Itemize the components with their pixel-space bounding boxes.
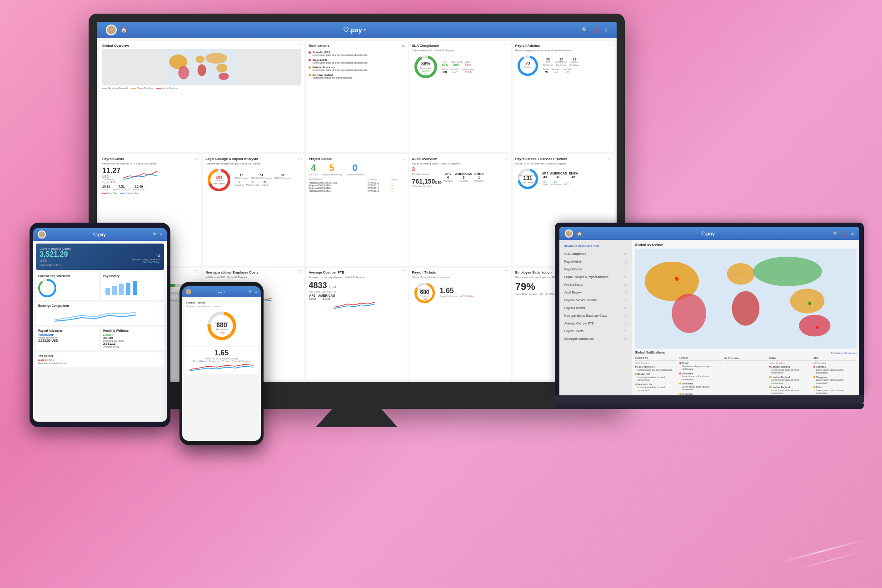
- svg-text:-460: -460: [422, 298, 427, 300]
- sidebar-expand-project: ⛶: [624, 284, 627, 286]
- pa-emea: 23 EMEA Employee: [569, 58, 579, 66]
- list-item: New York, NYLorem ipsum dolor sit amet, …: [635, 383, 678, 392]
- tablet-search-icon[interactable]: 🔍: [153, 232, 158, 237]
- phone-tickets-subtitle: Status of payroll tickets in process: [186, 305, 257, 308]
- sla-industry: Industry Avg. -0.75%: [462, 68, 475, 74]
- svg-text:This Month: This Month: [215, 328, 228, 331]
- pm-title: Payroll Model / Service Provider: [515, 157, 611, 161]
- laptop-world-map: [635, 249, 857, 349]
- laptop-notif-grid: AMERICAS North America Los Angeles, CALo…: [635, 357, 857, 395]
- pm-emea: EMEA 45: [569, 172, 578, 179]
- notifications-all[interactable]: All: [402, 45, 405, 48]
- phone-menu-icon[interactable]: ≡: [255, 290, 257, 294]
- svg-text:This Month: This Month: [214, 179, 224, 182]
- phone-search-icon[interactable]: 🔍: [249, 290, 253, 294]
- acf-expand-icon[interactable]: ⛶: [402, 270, 405, 274]
- sidebar-label-nonop: Non-operational Employer Costs: [564, 314, 607, 317]
- pt-expand-icon[interactable]: ⛶: [505, 270, 508, 274]
- laptop-home-icon[interactable]: 🏠: [577, 231, 582, 236]
- monitor-stand: [316, 409, 398, 427]
- sidebar-item-sla[interactable]: SLA Compliance ⛶: [562, 250, 630, 257]
- lc-expand-icon[interactable]: ⛶: [298, 156, 302, 160]
- sidebar-expand-sla: ⛶: [624, 253, 627, 255]
- pm-subtitle: Cloud / BPO / On Premise: Global All Reg…: [515, 162, 611, 165]
- sidebar-item-payroll-process[interactable]: Payroll Process ⛶: [562, 304, 630, 311]
- laptop-search-icon[interactable]: 🔍: [833, 231, 838, 236]
- laptop-all-statuses[interactable]: All statuses: [844, 352, 857, 354]
- laptop-menu-icon[interactable]: ≡: [851, 231, 854, 236]
- noc-expand-icon[interactable]: ⛶: [298, 270, 302, 274]
- pc-emea: 15.46 EMEA USD: [133, 185, 145, 191]
- tablet-health-title: Health & Wellness: [103, 329, 162, 332]
- sidebar-item-avg-cost[interactable]: Average Cost per FTE ⛶: [562, 320, 630, 327]
- sidebar-expand-employee: ⛶: [624, 338, 627, 340]
- tablet-earnings-title: Earnings Comparison: [38, 304, 162, 307]
- pa-variation: Variation -0.2: [552, 68, 560, 74]
- laptop-help-icon[interactable]: ❓: [842, 231, 847, 236]
- laptop-display-label: Displaying: All statuses: [831, 352, 857, 354]
- phone-avatar: [186, 289, 191, 294]
- ps-decisions: 0 Decisions Needed: [345, 163, 364, 176]
- ps-projects-table: Project Name Due date Status Project A00…: [309, 178, 404, 192]
- pp-expand-icon[interactable]: ⛶: [195, 270, 199, 274]
- sidebar-item-employee-sat[interactable]: Employee Satisfaction ⛶: [562, 335, 630, 342]
- notif-mexico: Mexico (Americas) Lorem ipsum dolor sit …: [309, 66, 404, 72]
- list-item: London, EnglandLorem ipsum dolor sit ame…: [769, 386, 812, 395]
- noc-title: Non-operational Employer Costs: [205, 270, 301, 274]
- tile-payroll-admins: Payroll Admins People in payroll adminis…: [513, 41, 614, 152]
- search-icon[interactable]: 🔍: [582, 27, 588, 33]
- laptop-main: Global overview: [632, 240, 859, 395]
- lc-emea: 37 EMEA Changes: [274, 174, 290, 179]
- sidebar-item-nonop-costs[interactable]: Non-operational Employer Costs ⛶: [562, 312, 630, 319]
- tablet-menu-icon[interactable]: ≡: [160, 232, 162, 237]
- phone-topbar: ♡.pay ▾ 🔍 ≡: [182, 286, 261, 297]
- laptop-map-svg: [635, 249, 857, 349]
- legend-action-required: Action Required: [156, 87, 179, 90]
- sidebar-expand-legal: ⛶: [624, 276, 627, 279]
- notif-col-americas: AMERICAS North America Los Angeles, CALo…: [635, 357, 678, 395]
- laptop-back-btn[interactable]: ⊞ Back to Dashboard View: [562, 242, 630, 249]
- ao-expand-icon[interactable]: ⛶: [505, 156, 508, 160]
- phone-donut-chart: Unresolved 680 This Month -460: [206, 310, 238, 342]
- tablet-payslip-date: will be paid in 2 days: [40, 264, 68, 266]
- monitor-topbar: 🏠 ♡.pay ▾ 🔍 ❓ ≡: [97, 22, 617, 38]
- sidebar-item-payroll-admin[interactable]: Payroll Admin ⛶: [562, 258, 630, 265]
- sidebar-label-audit-review: Audit Review: [564, 291, 582, 294]
- sla-donut-chart: 88% Avg. for Year ▲2.5%: [412, 53, 439, 80]
- sla-emea: EMEA 84%: [465, 60, 471, 66]
- pm-cloud: 54 Cloud: [542, 180, 548, 186]
- pc-expand-icon[interactable]: ⛶: [195, 156, 199, 160]
- pa-subtitle: People in payroll administration: Global…: [515, 49, 611, 52]
- help-icon[interactable]: ❓: [593, 27, 600, 33]
- phone-chart: [186, 363, 257, 372]
- lc-apj: 13 APJ Changes: [234, 174, 249, 179]
- sidebar-expand-payroll-admin: ⛶: [624, 260, 627, 263]
- laptop-base: [555, 395, 864, 404]
- expand-icon[interactable]: ⛶: [298, 43, 302, 47]
- pay-history-chart: [103, 279, 140, 295]
- svg-point-56: [675, 277, 679, 281]
- sidebar-item-payroll-service[interactable]: Payroll / Service Provider ⛶: [562, 297, 630, 304]
- sidebar-item-payroll-tickets[interactable]: Payroll Tickets ⛶: [562, 328, 630, 334]
- sidebar-item-legal-changes[interactable]: Legal Changes & Impact Analysis ⛶: [562, 274, 630, 280]
- pa-expand-icon[interactable]: ⛶: [608, 43, 612, 47]
- sla-expand-icon[interactable]: ⛶: [505, 43, 508, 47]
- sidebar-item-audit-review[interactable]: Audit Review ⛶: [562, 289, 630, 296]
- sidebar-item-project-status[interactable]: Project Status ⛶: [562, 281, 630, 288]
- decorative-streak-2: [797, 551, 862, 570]
- svg-text:Legal Changes: Legal Changes: [522, 181, 534, 184]
- list-item: London, EnglandLorem ipsum dolor sit ame…: [769, 376, 812, 385]
- svg-rect-39: [119, 284, 124, 295]
- noc-subtitle: In Millions of USD: Global All Regions: [205, 276, 301, 279]
- pm-expand-icon[interactable]: ⛶: [608, 156, 612, 160]
- pa-lastyear: Last Year +2%: [563, 68, 572, 74]
- ps-expand-icon[interactable]: ⛶: [402, 156, 405, 160]
- list-item: Los Angeles, CALorem ipsum, nisl eget ma…: [635, 365, 678, 371]
- tablet-tax-center: Tax Center H&R BLOCK Download or export …: [36, 352, 164, 367]
- sidebar-item-payroll-costs[interactable]: Payroll Costs ⛶: [562, 266, 630, 273]
- sla-apj: APJ 89%: [442, 60, 448, 66]
- acf-americas: AMERICAS 6000: [318, 294, 335, 300]
- home-icon[interactable]: 🏠: [120, 27, 127, 33]
- menu-icon[interactable]: ≡: [604, 27, 608, 33]
- sidebar-label-legal-changes: Legal Changes & Impact Analysis: [564, 275, 608, 279]
